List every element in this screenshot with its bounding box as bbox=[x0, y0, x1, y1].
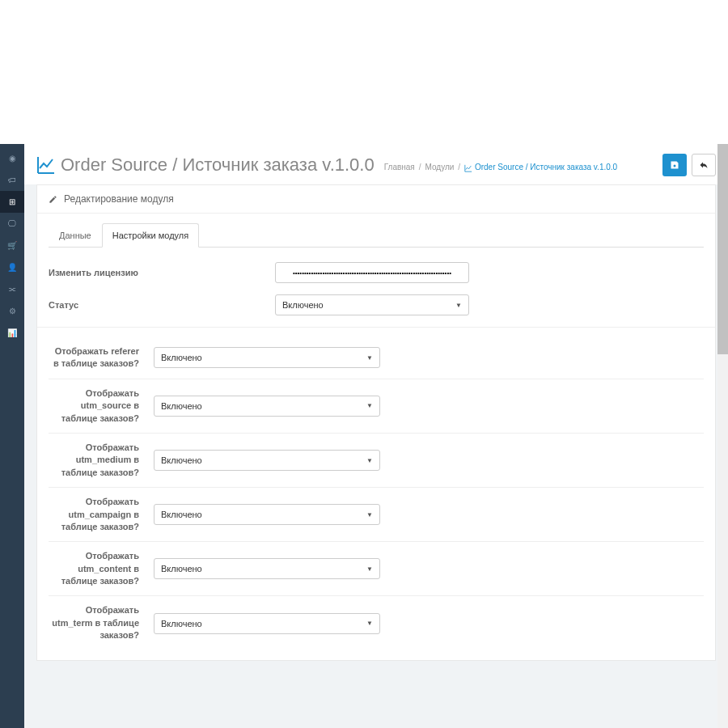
cart-icon: 🛒 bbox=[7, 241, 17, 250]
main-content: Order Source / Источник заказа v.1.0.0 Г… bbox=[24, 144, 728, 728]
setting-label-5: Отображать utm_term в таблице заказов? bbox=[49, 604, 154, 641]
tab-settings[interactable]: Настройки модуля bbox=[102, 223, 199, 248]
setting-select-3[interactable]: Включено ▼ bbox=[154, 504, 380, 525]
chevron-down-icon: ▼ bbox=[366, 457, 373, 464]
setting-select-5[interactable]: Включено ▼ bbox=[154, 613, 380, 634]
panel-heading: Редактирование модуля bbox=[37, 185, 715, 214]
page-title: Order Source / Источник заказа v.1.0.0 bbox=[61, 154, 375, 176]
edit-panel: Редактирование модуля Данные Настройки м… bbox=[36, 184, 716, 661]
chevron-down-icon: ▼ bbox=[366, 354, 373, 362]
tag-icon: 🏷 bbox=[8, 176, 16, 184]
scrollbar[interactable] bbox=[717, 144, 728, 728]
page-header: Order Source / Источник заказа v.1.0.0 Г… bbox=[24, 144, 728, 184]
license-input[interactable] bbox=[275, 262, 469, 283]
setting-label-1: Отображать utm_source в таблице заказов? bbox=[49, 387, 154, 425]
save-button[interactable] bbox=[662, 154, 687, 176]
save-icon bbox=[670, 160, 679, 170]
breadcrumb-current[interactable]: Order Source / Источник заказа v.1.0.0 bbox=[464, 163, 617, 171]
sidebar-system[interactable]: ⚙ bbox=[0, 300, 24, 322]
setting-select-0[interactable]: Включено ▼ bbox=[154, 347, 380, 368]
breadcrumb: Главная / Модули / Order Source / Источн… bbox=[384, 163, 617, 171]
setting-label-2: Отображать utm_medium в таблице заказов? bbox=[49, 442, 154, 479]
license-label: Изменить лицензию bbox=[49, 268, 275, 277]
breadcrumb-modules[interactable]: Модули bbox=[425, 163, 455, 171]
user-icon: 👤 bbox=[7, 263, 17, 272]
dashboard-icon: ◉ bbox=[9, 154, 16, 163]
status-label: Статус bbox=[49, 300, 275, 310]
chart-line-icon bbox=[36, 155, 56, 175]
sidebar-catalog[interactable]: 🏷 bbox=[0, 169, 24, 191]
monitor-icon: 🖵 bbox=[8, 219, 16, 228]
back-button[interactable] bbox=[692, 154, 716, 176]
puzzle-icon: ⊞ bbox=[9, 197, 15, 206]
setting-select-1[interactable]: Включено ▼ bbox=[154, 396, 380, 417]
sidebar: ◉ 🏷 ⊞ 🖵 🛒 👤 ⫘ ⚙ 📊 bbox=[0, 144, 24, 728]
reply-icon bbox=[699, 160, 709, 170]
sidebar-marketing[interactable]: ⫘ bbox=[0, 278, 24, 300]
chevron-down-icon: ▼ bbox=[455, 302, 462, 309]
sidebar-extensions[interactable]: ⊞ bbox=[0, 191, 24, 213]
sidebar-dashboard[interactable]: ◉ bbox=[0, 147, 24, 169]
setting-label-3: Отображать utm_campaign в таблице заказо… bbox=[49, 496, 154, 533]
chevron-down-icon: ▼ bbox=[366, 402, 373, 409]
chevron-down-icon: ▼ bbox=[366, 565, 373, 573]
sidebar-sales[interactable]: 🛒 bbox=[0, 235, 24, 256]
gear-icon: ⚙ bbox=[9, 307, 16, 315]
setting-select-2[interactable]: Включено ▼ bbox=[154, 450, 380, 471]
status-select[interactable]: Включено ▼ bbox=[275, 294, 469, 315]
sidebar-customers[interactable]: 👤 bbox=[0, 256, 24, 278]
breadcrumb-home[interactable]: Главная bbox=[384, 163, 415, 171]
setting-label-4: Отображать utm_content в таблице заказов… bbox=[49, 550, 154, 587]
pencil-icon bbox=[49, 195, 57, 204]
scrollbar-thumb[interactable] bbox=[717, 144, 728, 354]
setting-select-4[interactable]: Включено ▼ bbox=[154, 558, 380, 579]
sidebar-design[interactable]: 🖵 bbox=[0, 213, 24, 235]
chart-icon: 📊 bbox=[7, 328, 17, 337]
chevron-down-icon: ▼ bbox=[366, 511, 373, 518]
sidebar-reports[interactable]: 📊 bbox=[0, 322, 24, 344]
setting-label-0: Отображать referer в таблице заказов? bbox=[49, 345, 154, 370]
share-icon: ⫘ bbox=[8, 285, 16, 294]
tabs: Данные Настройки модуля bbox=[49, 223, 704, 248]
tab-data[interactable]: Данные bbox=[49, 223, 102, 248]
chevron-down-icon: ▼ bbox=[366, 620, 373, 627]
